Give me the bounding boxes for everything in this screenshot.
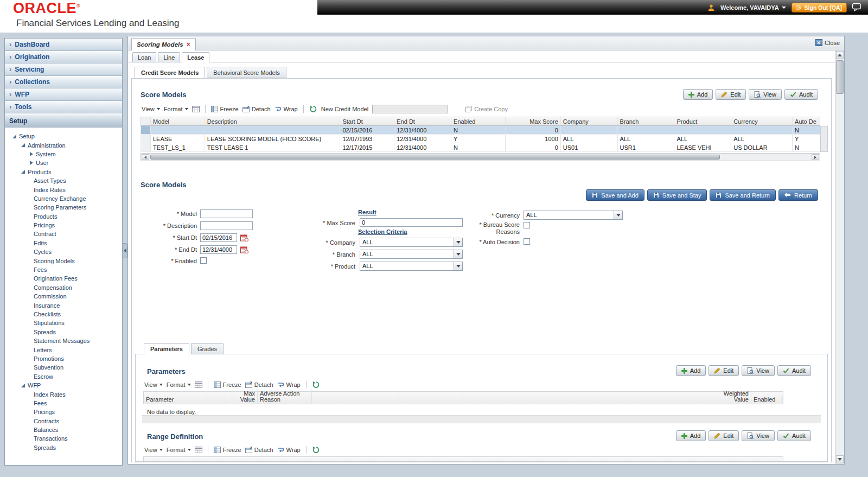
table-row[interactable]: 02/15/2016 12/31/4000 N 0 N: [141, 126, 820, 135]
edit-button[interactable]: Edit: [709, 430, 739, 441]
column-header-percent-value[interactable]: Percent / Value: [700, 461, 751, 462]
tree-node[interactable]: Promotions: [5, 354, 122, 363]
format-menu[interactable]: Format: [167, 447, 191, 453]
tree-node[interactable]: Administration: [5, 141, 122, 149]
column-header-weighted-value[interactable]: Weighted Value: [705, 390, 751, 404]
tree-node[interactable]: Currency Exchange: [5, 194, 122, 203]
tree-node[interactable]: Origination Fees: [5, 274, 122, 283]
table-vertical-scrollbar[interactable]: [820, 126, 828, 152]
refresh-icon[interactable]: [312, 381, 320, 389]
column-header-selector[interactable]: [141, 117, 151, 125]
column-header-enabled[interactable]: Enabled: [751, 461, 783, 462]
sidebar-item-tools[interactable]: ›Tools: [5, 101, 122, 113]
new-credit-model-input[interactable]: [372, 105, 448, 113]
column-header-max-score[interactable]: Max Score: [506, 117, 561, 125]
main-vertical-scrollbar[interactable]: [835, 50, 844, 464]
scroll-left-arrow[interactable]: [142, 154, 149, 160]
tree-node[interactable]: Commission: [5, 292, 122, 301]
currency-select[interactable]: ALL: [524, 211, 623, 220]
create-copy-button[interactable]: Create Copy: [465, 106, 508, 112]
table-row[interactable]: LEASE LEASE SCORING MODEL (FICO SCORE) 1…: [141, 135, 820, 143]
tree-node[interactable]: Fees: [5, 399, 122, 408]
table-icon[interactable]: [195, 381, 202, 388]
sidebar-item-servicing[interactable]: ›Servicing: [5, 63, 122, 76]
collapsed-icon[interactable]: [30, 161, 33, 165]
close-button[interactable]: ✕Close: [815, 39, 840, 46]
tree-node[interactable]: Asset Types: [5, 176, 122, 185]
table-icon[interactable]: [195, 447, 202, 453]
table-horizontal-scrollbar[interactable]: [141, 153, 820, 161]
tab-behavioral-score-models[interactable]: Behavioral Score Models: [207, 67, 286, 78]
tab-lease[interactable]: Lease: [182, 52, 209, 62]
return-button[interactable]: Return: [778, 189, 818, 201]
tab-loan[interactable]: Loan: [132, 52, 156, 62]
tree-node[interactable]: Spreads: [5, 328, 122, 336]
view-button[interactable]: View: [749, 89, 782, 100]
expanded-icon[interactable]: [21, 143, 25, 147]
sidebar-section-setup[interactable]: Setup: [5, 115, 122, 128]
sidebar-item-collections[interactable]: ›Collections: [5, 76, 122, 88]
view-menu[interactable]: View: [144, 381, 163, 388]
column-header-adverse-action-reason[interactable]: Adverse Action Reason: [258, 390, 312, 404]
tree-node[interactable]: Edits: [5, 239, 122, 247]
wrap-button[interactable]: Wrap: [275, 106, 298, 112]
column-header-enabled[interactable]: Enabled: [451, 117, 506, 125]
auto-decision-checkbox[interactable]: [524, 238, 530, 245]
max-score-field[interactable]: [360, 218, 463, 227]
tree-node[interactable]: Index Rates: [5, 185, 122, 194]
detach-button[interactable]: Detach: [242, 106, 271, 112]
add-button[interactable]: Add: [683, 89, 713, 100]
detach-button[interactable]: Detach: [245, 381, 273, 388]
tree-node[interactable]: Scoring Parameters: [5, 203, 122, 212]
tree-node[interactable]: Balances: [5, 425, 122, 434]
description-field[interactable]: [200, 221, 253, 230]
freeze-button[interactable]: Freeze: [214, 447, 241, 453]
tree-node[interactable]: Transactions: [5, 434, 122, 443]
start-dt-field[interactable]: [200, 233, 237, 242]
tree-node[interactable]: Escrow: [5, 372, 122, 381]
table-row[interactable]: TEST_LS_1 TEST LEASE 1 12/17/2015 12/31/…: [141, 143, 820, 152]
tree-node[interactable]: Products: [5, 212, 122, 221]
tree-node[interactable]: Letters: [5, 345, 122, 354]
table-icon[interactable]: [192, 106, 200, 112]
row-selector[interactable]: [141, 135, 151, 143]
column-header-value-from[interactable]: Value From: [144, 461, 203, 462]
refresh-icon[interactable]: [309, 105, 317, 113]
model-field[interactable]: [200, 209, 253, 218]
column-header-company[interactable]: Company: [561, 117, 618, 125]
format-menu[interactable]: Format: [164, 106, 188, 112]
tree-node[interactable]: User: [5, 158, 122, 167]
scroll-down-arrow[interactable]: [836, 455, 844, 463]
tree-node[interactable]: Cycles: [5, 247, 122, 256]
column-header-model[interactable]: Model: [151, 117, 205, 125]
end-dt-field[interactable]: [200, 245, 237, 254]
tree-node[interactable]: Spreads: [5, 443, 122, 452]
product-select[interactable]: ALL: [360, 262, 463, 271]
tab-parameters[interactable]: Parameters: [144, 343, 189, 354]
tree-node[interactable]: Pricings: [5, 408, 122, 416]
column-header-parameter[interactable]: Parameter: [144, 396, 225, 404]
tab-line[interactable]: Line: [158, 52, 180, 62]
column-header-start-dt[interactable]: Start Dt: [340, 117, 394, 125]
audit-button[interactable]: Audit: [777, 430, 811, 441]
tree-node[interactable]: Insurance: [5, 301, 122, 309]
expanded-icon[interactable]: [21, 384, 25, 387]
column-header-product[interactable]: Product: [674, 117, 731, 125]
freeze-button[interactable]: Freeze: [211, 106, 239, 112]
company-select[interactable]: ALL: [360, 238, 463, 247]
tree-node[interactable]: Stipulations: [5, 319, 122, 327]
sign-out-button[interactable]: Sign Out [QA]: [792, 3, 847, 12]
sidebar-item-dashboard[interactable]: ›DashBoard: [5, 39, 122, 51]
column-header-value-from-2[interactable]: Value From: [203, 461, 339, 462]
column-header-end-dt[interactable]: End Dt: [394, 117, 451, 125]
tree-node[interactable]: Contracts: [5, 417, 122, 425]
tree-node[interactable]: Fees: [5, 265, 122, 274]
row-selector[interactable]: [141, 126, 151, 134]
view-menu[interactable]: View: [142, 106, 160, 112]
edit-button[interactable]: Edit: [709, 365, 739, 376]
tab-credit-score-models[interactable]: Credit Score Models: [135, 67, 205, 78]
save-and-add-button[interactable]: Save and Add: [586, 189, 644, 201]
scroll-right-arrow[interactable]: [812, 154, 819, 160]
column-header-description[interactable]: Description: [205, 117, 341, 125]
sidebar-item-origination[interactable]: ›Origination: [5, 51, 122, 63]
